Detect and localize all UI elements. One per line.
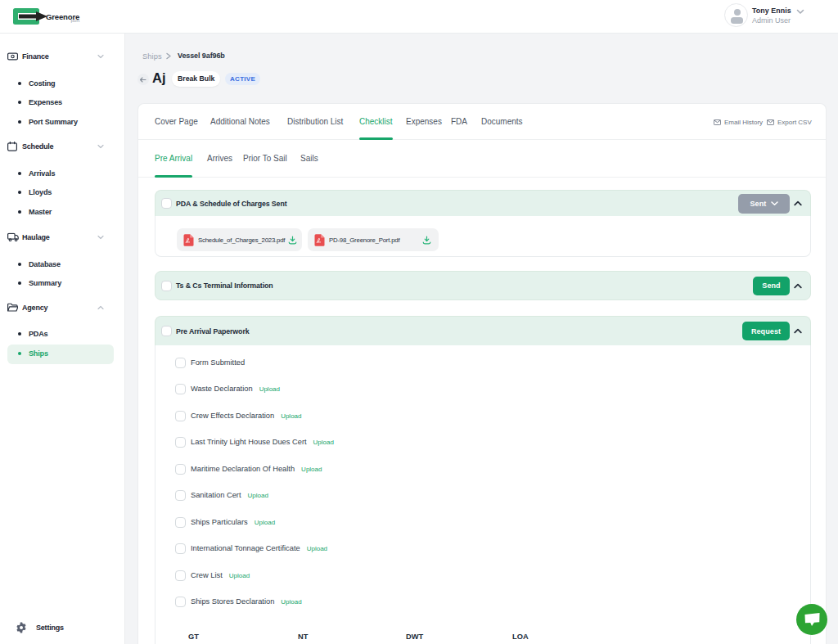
svg-text:port: port (71, 17, 80, 23)
